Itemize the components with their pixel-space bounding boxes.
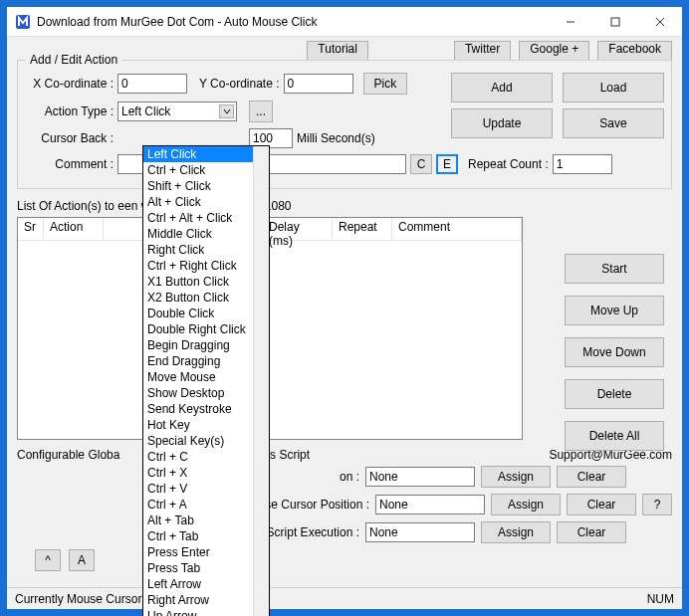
- dropdown-option[interactable]: Middle Click: [143, 226, 269, 242]
- dropdown-option[interactable]: Up Arrow: [143, 608, 269, 616]
- add-button[interactable]: Add: [451, 73, 553, 103]
- repeat-count-input[interactable]: [553, 154, 612, 174]
- dropdown-option[interactable]: Double Right Click: [143, 321, 269, 337]
- dropdown-option[interactable]: Ctrl + V: [143, 481, 269, 497]
- dropdown-option[interactable]: Send Keystroke: [143, 401, 269, 417]
- minimize-button[interactable]: [548, 7, 592, 37]
- action-type-label: Action Type :: [26, 104, 114, 118]
- load-button[interactable]: Load: [563, 73, 664, 103]
- caret-button[interactable]: ^: [35, 549, 61, 571]
- dropdown-option[interactable]: Ctrl + C: [143, 449, 269, 465]
- y-coord-input[interactable]: [284, 74, 353, 94]
- dropdown-option[interactable]: Ctrl + Tab: [143, 528, 269, 544]
- status-bar: Currently Mouse Cursor At X = 998, Y = 3…: [7, 587, 682, 609]
- dropdown-option[interactable]: End Dragging: [143, 353, 269, 369]
- clear1-button[interactable]: Clear: [557, 466, 626, 488]
- delete-button[interactable]: Delete: [565, 379, 664, 409]
- dropdown-option[interactable]: Shift + Click: [143, 178, 269, 194]
- dropdown-option[interactable]: Press Enter: [143, 544, 269, 560]
- dropdown-option[interactable]: X1 Button Click: [143, 274, 269, 290]
- actions-table[interactable]: Sr Action ck Delay (ms) Repeat Comment: [17, 217, 523, 440]
- dropdown-option[interactable]: Ctrl + Click: [143, 162, 269, 178]
- assign2-button[interactable]: Assign: [491, 494, 561, 515]
- cursor-back-label: Cursor Back :: [26, 131, 114, 145]
- hotkey2-input[interactable]: [375, 495, 485, 514]
- dropdown-option[interactable]: Right Arrow: [143, 592, 269, 608]
- th-sr[interactable]: Sr: [18, 218, 44, 240]
- action-type-combo[interactable]: Left Click: [117, 102, 237, 121]
- hotkey1-input[interactable]: [365, 467, 475, 487]
- dropdown-scrollbar[interactable]: [253, 146, 269, 616]
- action-type-value: Left Click: [121, 104, 170, 118]
- action-type-more-button[interactable]: ...: [249, 101, 273, 122]
- dropdown-option[interactable]: Left Arrow: [143, 576, 269, 592]
- dropdown-option[interactable]: Left Click: [143, 146, 269, 162]
- content-area: Tutorial Twitter Google + Facebook Add /…: [7, 37, 682, 587]
- th-comment[interactable]: Comment: [392, 218, 522, 240]
- status-num: NUM: [647, 592, 674, 606]
- hotkey3-input[interactable]: [365, 522, 475, 542]
- start-button[interactable]: Start: [565, 254, 664, 284]
- action-type-dropdown[interactable]: Left ClickCtrl + ClickShift + ClickAlt +…: [142, 145, 270, 616]
- a-button[interactable]: A: [69, 549, 95, 571]
- y-coord-label: Y Co-ordinate :: [199, 77, 280, 91]
- dropdown-option[interactable]: Special Key(s): [143, 433, 269, 449]
- app-icon: [15, 14, 31, 30]
- list-label: List Of Action(s) to een with Resolution…: [17, 199, 672, 213]
- svg-rect-2: [611, 18, 619, 26]
- dropdown-option[interactable]: Alt + Click: [143, 194, 269, 210]
- dropdown-option[interactable]: Right Click: [143, 242, 269, 258]
- right-button-column: Add Load Update Save: [451, 73, 664, 138]
- dropdown-option[interactable]: Ctrl + Alt + Click: [143, 210, 269, 226]
- titlebar: Download from MurGee Dot Com - Auto Mous…: [7, 7, 682, 37]
- delete-all-button[interactable]: Delete All: [565, 421, 664, 451]
- table-header: Sr Action ck Delay (ms) Repeat Comment: [18, 218, 522, 241]
- window-title: Download from MurGee Dot Com - Auto Mous…: [37, 15, 548, 29]
- list-buttons: Start Move Up Move Down Delete Delete Al…: [565, 254, 664, 451]
- clear3-button[interactable]: Clear: [557, 521, 626, 543]
- dropdown-option[interactable]: Press Tab: [143, 560, 269, 576]
- clear2-button[interactable]: Clear: [567, 494, 636, 515]
- assign1-button[interactable]: Assign: [481, 466, 551, 488]
- x-coord-label: X Co-ordinate :: [26, 77, 114, 91]
- dropdown-option[interactable]: X2 Button Click: [143, 290, 269, 306]
- c-button[interactable]: C: [410, 154, 432, 174]
- th-delay[interactable]: Delay (ms): [263, 218, 333, 240]
- help-button[interactable]: ?: [642, 494, 672, 515]
- dropdown-option[interactable]: Double Click: [143, 306, 269, 321]
- update-button[interactable]: Update: [451, 108, 553, 138]
- move-up-button[interactable]: Move Up: [565, 296, 664, 325]
- ms-label: Milli Second(s): [297, 131, 375, 145]
- dropdown-option[interactable]: Ctrl + X: [143, 465, 269, 481]
- repeat-count-label: Repeat Count :: [468, 157, 549, 171]
- app-window: Download from MurGee Dot Com - Auto Mous…: [6, 6, 683, 610]
- e-button[interactable]: E: [436, 154, 458, 174]
- dropdown-option[interactable]: Move Mouse: [143, 369, 269, 385]
- maximize-button[interactable]: [592, 7, 637, 37]
- dropdown-option[interactable]: Ctrl + Right Click: [143, 258, 269, 274]
- config-label-left: Configurable Globa: [17, 448, 119, 462]
- add-edit-legend: Add / Edit Action: [26, 53, 121, 67]
- assign3-button[interactable]: Assign: [481, 521, 551, 543]
- x-coord-input[interactable]: [117, 74, 187, 94]
- dropdown-option[interactable]: Begin Dragging: [143, 337, 269, 353]
- move-down-button[interactable]: Move Down: [565, 337, 664, 367]
- th-repeat[interactable]: Repeat: [333, 218, 392, 240]
- close-button[interactable]: [637, 7, 682, 37]
- dropdown-option[interactable]: Ctrl + A: [143, 497, 269, 513]
- dropdown-option[interactable]: Hot Key: [143, 417, 269, 433]
- th-action[interactable]: Action: [44, 218, 104, 240]
- dropdown-option[interactable]: Alt + Tab: [143, 513, 269, 528]
- save-button[interactable]: Save: [563, 108, 664, 138]
- pick-button[interactable]: Pick: [363, 73, 408, 95]
- dropdown-option[interactable]: Show Desktop: [143, 385, 269, 401]
- chevron-down-icon: [219, 104, 234, 118]
- comment-label: Comment :: [26, 157, 114, 171]
